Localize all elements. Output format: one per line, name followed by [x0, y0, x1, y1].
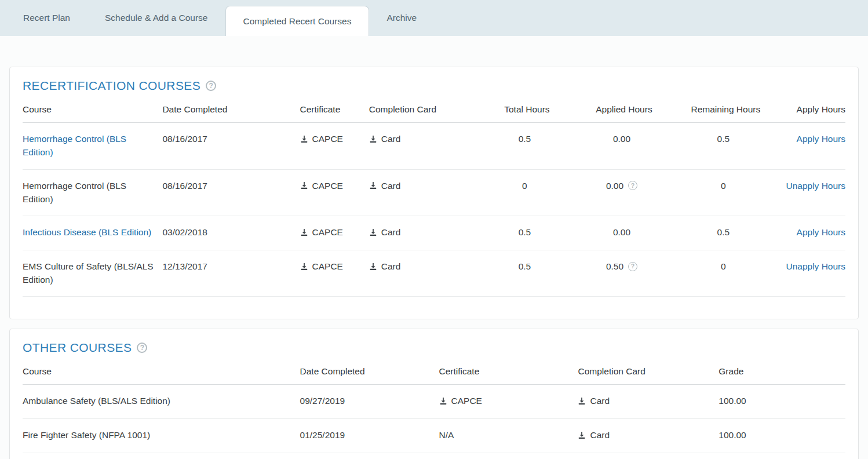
tab-completed-recert-courses[interactable]: Completed Recert Courses	[225, 6, 370, 36]
card-label: Card	[590, 428, 610, 442]
help-icon[interactable]: ?	[137, 343, 147, 353]
completion-card-download-link[interactable]: Card	[578, 428, 610, 442]
certificate-download-link[interactable]: CAPCE	[300, 260, 343, 273]
total-hours-cell: 0.5	[477, 123, 576, 170]
course-name: Ambulance Safety (BLS/ALS Edition)	[23, 385, 300, 419]
completion-card-download-link[interactable]: Card	[369, 225, 401, 239]
download-icon	[578, 397, 586, 405]
course-name: EMS Culture of Safety (BLS/ALS Edition)	[23, 261, 154, 285]
col-header-total-hours: Total Hours	[477, 99, 576, 123]
col-header-completion-card: Completion Card	[578, 360, 719, 385]
certificate-label: CAPCE	[312, 225, 343, 239]
certificate-download-link[interactable]: CAPCE	[300, 179, 343, 192]
tab-schedule-add-course[interactable]: Schedule & Add a Course	[87, 0, 225, 36]
col-header-certificate: Certificate	[300, 99, 369, 123]
completion-card-download-link[interactable]: Card	[578, 394, 610, 407]
unapply-hours-link[interactable]: Unapply Hours	[786, 181, 845, 191]
apply-hours-link[interactable]: Apply Hours	[797, 227, 845, 237]
certificate-download-link[interactable]: CAPCE	[300, 132, 343, 145]
table-row: Ambulance Safety (BLS/ALS Edition) 09/27…	[23, 385, 845, 419]
course-link[interactable]: Hemorrhage Control (BLS Edition)	[23, 134, 126, 157]
certificate-label: CAPCE	[312, 260, 343, 273]
col-header-apply-hours: Apply Hours	[779, 99, 845, 123]
table-row: Hemorrhage Control (BLS Edition) 08/16/2…	[23, 123, 845, 170]
col-header-course: Course	[23, 360, 300, 385]
table-row: Hemorrhage Control (BLS Edition) 08/16/2…	[23, 169, 845, 216]
total-hours-cell: 0.5	[477, 216, 576, 250]
card-label: Card	[590, 394, 610, 407]
date-completed-cell: 12/13/2017	[162, 250, 300, 297]
card-label: Card	[381, 132, 401, 145]
download-icon	[369, 181, 377, 190]
grade-cell: 100.00	[719, 419, 845, 453]
col-header-course: Course	[23, 99, 162, 123]
certificate-label: CAPCE	[312, 179, 343, 192]
tab-archive[interactable]: Archive	[369, 0, 434, 36]
applied-hours-value: 0.00	[606, 179, 623, 192]
completion-card-download-link[interactable]: Card	[369, 260, 401, 273]
certificate-na-cell: N/A	[439, 419, 578, 453]
applied-hours-cell: 0.00	[577, 123, 672, 170]
course-link[interactable]: Infectious Disease (BLS Edition)	[23, 227, 151, 237]
apply-hours-link[interactable]: Apply Hours	[797, 134, 845, 144]
other-panel-title: OTHER COURSES	[23, 341, 132, 355]
applied-hours-value: 0.50	[606, 260, 623, 273]
date-completed-cell: 08/16/2017	[162, 123, 300, 170]
download-icon	[369, 135, 377, 143]
applied-hours-cell: 0.00	[577, 216, 672, 250]
table-header-row: Course Date Completed Certificate Comple…	[23, 360, 845, 385]
download-icon	[300, 263, 308, 271]
other-courses-panel: OTHER COURSES ? Course Date Completed Ce…	[9, 329, 859, 459]
table-header-row: Course Date Completed Certificate Comple…	[23, 99, 845, 123]
date-completed-cell: 01/25/2019	[300, 419, 439, 453]
other-courses-table: Course Date Completed Certificate Comple…	[23, 360, 845, 453]
download-icon	[300, 181, 308, 190]
course-name: Fire Fighter Safety (NFPA 1001)	[23, 419, 300, 453]
date-completed-cell: 09/27/2019	[300, 385, 439, 419]
tab-bar: Recert Plan Schedule & Add a Course Comp…	[0, 0, 868, 36]
help-icon[interactable]: ?	[628, 181, 637, 190]
remaining-hours-cell: 0	[672, 169, 779, 216]
remaining-hours-cell: 0.5	[672, 123, 779, 170]
col-header-date-completed: Date Completed	[162, 99, 300, 123]
help-icon[interactable]: ?	[206, 81, 216, 91]
table-row: Fire Fighter Safety (NFPA 1001) 01/25/20…	[23, 419, 845, 453]
completion-card-download-link[interactable]: Card	[369, 179, 401, 192]
recert-courses-table: Course Date Completed Certificate Comple…	[23, 99, 845, 297]
applied-hours-cell: 0.50 ?	[577, 250, 672, 297]
card-label: Card	[381, 179, 401, 192]
applied-hours-cell: 0.00 ?	[577, 169, 672, 216]
unapply-hours-link[interactable]: Unapply Hours	[786, 261, 845, 271]
card-label: Card	[381, 225, 401, 239]
recertification-courses-panel: RECERTIFICATION COURSES ? Course Date Co…	[9, 67, 859, 319]
tab-recert-plan[interactable]: Recert Plan	[6, 0, 87, 36]
certificate-label: CAPCE	[451, 394, 482, 407]
page-content: RECERTIFICATION COURSES ? Course Date Co…	[0, 36, 868, 459]
col-header-certificate: Certificate	[439, 360, 578, 385]
date-completed-cell: 03/02/2018	[162, 216, 300, 250]
table-row: EMS Culture of Safety (BLS/ALS Edition) …	[23, 250, 845, 297]
card-label: Card	[381, 260, 401, 273]
col-header-grade: Grade	[719, 360, 845, 385]
download-icon	[300, 228, 308, 236]
download-icon	[300, 135, 308, 143]
col-header-applied-hours: Applied Hours	[577, 99, 672, 123]
remaining-hours-cell: 0.5	[672, 216, 779, 250]
recert-panel-title: RECERTIFICATION COURSES	[23, 79, 200, 93]
table-row: Infectious Disease (BLS Edition) 03/02/2…	[23, 216, 845, 250]
certificate-label: CAPCE	[312, 132, 343, 145]
help-icon[interactable]: ?	[628, 262, 637, 271]
completion-card-download-link[interactable]: Card	[369, 132, 401, 145]
grade-cell: 100.00	[719, 385, 845, 419]
download-icon	[369, 228, 377, 236]
col-header-completion-card: Completion Card	[369, 99, 477, 123]
date-completed-cell: 08/16/2017	[162, 169, 300, 216]
col-header-remaining-hours: Remaining Hours	[672, 99, 779, 123]
total-hours-cell: 0	[477, 169, 576, 216]
download-icon	[578, 431, 586, 439]
col-header-date-completed: Date Completed	[300, 360, 439, 385]
certificate-download-link[interactable]: CAPCE	[439, 394, 482, 407]
download-icon	[439, 397, 447, 405]
course-name: Hemorrhage Control (BLS Edition)	[23, 181, 126, 204]
certificate-download-link[interactable]: CAPCE	[300, 225, 343, 239]
